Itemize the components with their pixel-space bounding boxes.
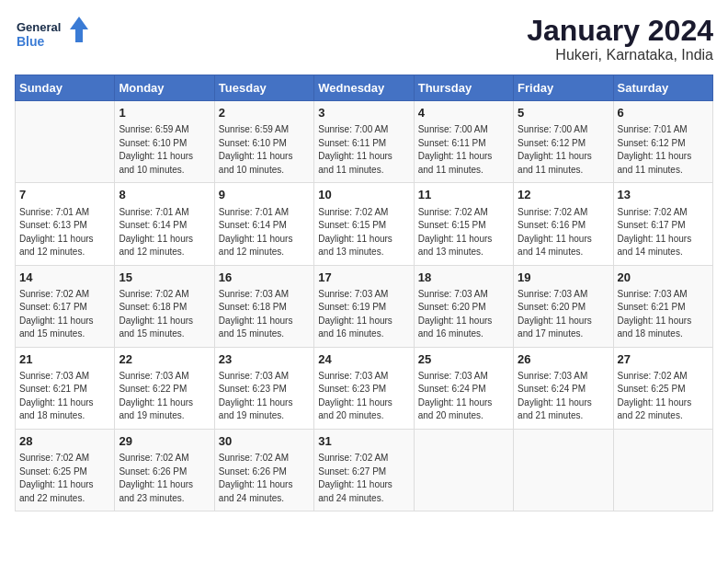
day-number: 23	[219, 351, 310, 368]
calendar-cell: 17 Sunrise: 7:03 AMSunset: 6:19 PMDaylig…	[314, 265, 414, 347]
day-number: 11	[418, 187, 509, 203]
day-number: 16	[219, 270, 310, 286]
day-number: 9	[219, 187, 310, 203]
day-number: 30	[219, 433, 310, 450]
calendar-cell: 14 Sunrise: 7:02 AMSunset: 6:17 PMDaylig…	[16, 265, 115, 347]
day-number: 6	[618, 105, 709, 121]
day-info: Sunrise: 7:02 AMSunset: 6:16 PMDaylight:…	[518, 206, 609, 259]
day-info: Sunrise: 7:03 AMSunset: 6:18 PMDaylight:…	[219, 288, 310, 341]
day-info: Sunrise: 7:03 AMSunset: 6:22 PMDaylight:…	[119, 370, 210, 423]
calendar-cell: 4 Sunrise: 7:00 AMSunset: 6:11 PMDayligh…	[414, 101, 513, 183]
calendar-cell: 21 Sunrise: 7:03 AMSunset: 6:21 PMDaylig…	[16, 347, 115, 429]
weekday-header-friday: Friday	[514, 75, 613, 101]
calendar-week-3: 14 Sunrise: 7:02 AMSunset: 6:17 PMDaylig…	[16, 265, 713, 347]
calendar-cell: 7 Sunrise: 7:01 AMSunset: 6:13 PMDayligh…	[16, 183, 115, 265]
calendar-cell: 23 Sunrise: 7:03 AMSunset: 6:23 PMDaylig…	[214, 347, 313, 429]
day-number: 22	[119, 351, 210, 368]
calendar-cell: 6 Sunrise: 7:01 AMSunset: 6:12 PMDayligh…	[613, 101, 712, 183]
day-info: Sunrise: 7:02 AMSunset: 6:25 PMDaylight:…	[19, 452, 110, 505]
day-number: 15	[119, 270, 210, 286]
calendar-week-2: 7 Sunrise: 7:01 AMSunset: 6:13 PMDayligh…	[16, 183, 713, 265]
calendar-cell: 20 Sunrise: 7:03 AMSunset: 6:21 PMDaylig…	[613, 265, 712, 347]
day-number: 19	[518, 270, 609, 286]
day-info: Sunrise: 7:02 AMSunset: 6:25 PMDaylight:…	[618, 370, 709, 423]
calendar-week-1: 1 Sunrise: 6:59 AMSunset: 6:10 PMDayligh…	[16, 101, 713, 183]
calendar-cell: 30 Sunrise: 7:02 AMSunset: 6:26 PMDaylig…	[214, 429, 313, 511]
day-number: 5	[518, 105, 609, 121]
weekday-header-tuesday: Tuesday	[214, 75, 313, 101]
calendar-cell: 16 Sunrise: 7:03 AMSunset: 6:18 PMDaylig…	[214, 265, 313, 347]
day-info: Sunrise: 7:02 AMSunset: 6:26 PMDaylight:…	[219, 452, 310, 505]
calendar-cell: 2 Sunrise: 6:59 AMSunset: 6:10 PMDayligh…	[214, 101, 313, 183]
day-number: 24	[318, 351, 409, 368]
calendar-cell: 19 Sunrise: 7:03 AMSunset: 6:20 PMDaylig…	[514, 265, 613, 347]
day-info: Sunrise: 6:59 AMSunset: 6:10 PMDaylight:…	[219, 123, 310, 177]
calendar-title-area: January 2024 Hukeri, Karnataka, India	[527, 15, 713, 63]
day-number: 31	[318, 433, 409, 450]
calendar-week-5: 28 Sunrise: 7:02 AMSunset: 6:25 PMDaylig…	[16, 429, 713, 511]
day-info: Sunrise: 7:01 AMSunset: 6:13 PMDaylight:…	[19, 206, 110, 259]
day-info: Sunrise: 7:03 AMSunset: 6:20 PMDaylight:…	[418, 288, 509, 341]
calendar-cell: 13 Sunrise: 7:02 AMSunset: 6:17 PMDaylig…	[613, 183, 712, 265]
calendar-cell: 11 Sunrise: 7:02 AMSunset: 6:15 PMDaylig…	[414, 183, 513, 265]
day-number: 2	[219, 105, 310, 121]
day-number: 14	[19, 270, 110, 286]
day-number: 27	[618, 351, 709, 368]
day-info: Sunrise: 7:00 AMSunset: 6:11 PMDaylight:…	[318, 123, 409, 177]
calendar-title: January 2024	[527, 15, 713, 47]
calendar-cell: 1 Sunrise: 6:59 AMSunset: 6:10 PMDayligh…	[115, 101, 214, 183]
day-info: Sunrise: 7:02 AMSunset: 6:18 PMDaylight:…	[119, 288, 210, 341]
day-info: Sunrise: 7:02 AMSunset: 6:17 PMDaylight:…	[618, 206, 709, 259]
weekday-header-thursday: Thursday	[414, 75, 513, 101]
calendar-cell: 22 Sunrise: 7:03 AMSunset: 6:22 PMDaylig…	[115, 347, 214, 429]
calendar-week-4: 21 Sunrise: 7:03 AMSunset: 6:21 PMDaylig…	[16, 347, 713, 429]
calendar-cell: 28 Sunrise: 7:02 AMSunset: 6:25 PMDaylig…	[16, 429, 115, 511]
day-info: Sunrise: 7:03 AMSunset: 6:23 PMDaylight:…	[318, 370, 409, 423]
day-number: 7	[19, 187, 110, 203]
day-info: Sunrise: 7:03 AMSunset: 6:20 PMDaylight:…	[518, 288, 609, 341]
day-number: 8	[119, 187, 210, 203]
day-number: 26	[518, 351, 609, 368]
calendar-cell: 15 Sunrise: 7:02 AMSunset: 6:18 PMDaylig…	[115, 265, 214, 347]
logo-icon: General Blue	[15, 15, 88, 55]
calendar-cell: 8 Sunrise: 7:01 AMSunset: 6:14 PMDayligh…	[115, 183, 214, 265]
day-info: Sunrise: 7:02 AMSunset: 6:17 PMDaylight:…	[19, 288, 110, 341]
day-number: 12	[518, 187, 609, 203]
calendar-cell	[514, 429, 613, 511]
day-info: Sunrise: 6:59 AMSunset: 6:10 PMDaylight:…	[119, 123, 210, 177]
calendar-cell: 25 Sunrise: 7:03 AMSunset: 6:24 PMDaylig…	[414, 347, 513, 429]
day-info: Sunrise: 7:02 AMSunset: 6:26 PMDaylight:…	[119, 452, 210, 505]
weekday-header-monday: Monday	[115, 75, 214, 101]
calendar-cell: 27 Sunrise: 7:02 AMSunset: 6:25 PMDaylig…	[613, 347, 712, 429]
weekday-header-saturday: Saturday	[613, 75, 712, 101]
calendar-header-row: SundayMondayTuesdayWednesdayThursdayFrid…	[16, 75, 713, 101]
calendar-cell	[16, 101, 115, 183]
day-info: Sunrise: 7:03 AMSunset: 6:24 PMDaylight:…	[518, 370, 609, 423]
weekday-header-sunday: Sunday	[16, 75, 115, 101]
calendar-cell	[613, 429, 712, 511]
day-number: 25	[418, 351, 509, 368]
day-number: 18	[418, 270, 509, 286]
calendar-cell: 24 Sunrise: 7:03 AMSunset: 6:23 PMDaylig…	[314, 347, 414, 429]
day-info: Sunrise: 7:02 AMSunset: 6:15 PMDaylight:…	[318, 206, 409, 259]
day-number: 4	[418, 105, 509, 121]
calendar-cell: 18 Sunrise: 7:03 AMSunset: 6:20 PMDaylig…	[414, 265, 513, 347]
calendar-cell: 10 Sunrise: 7:02 AMSunset: 6:15 PMDaylig…	[314, 183, 414, 265]
logo: General Blue	[15, 15, 88, 55]
calendar-cell: 31 Sunrise: 7:02 AMSunset: 6:27 PMDaylig…	[314, 429, 414, 511]
calendar-cell: 3 Sunrise: 7:00 AMSunset: 6:11 PMDayligh…	[314, 101, 414, 183]
day-number: 3	[318, 105, 409, 121]
weekday-header-wednesday: Wednesday	[314, 75, 414, 101]
day-info: Sunrise: 7:02 AMSunset: 6:15 PMDaylight:…	[418, 206, 509, 259]
day-info: Sunrise: 7:01 AMSunset: 6:14 PMDaylight:…	[219, 206, 310, 259]
day-number: 13	[618, 187, 709, 203]
day-number: 1	[119, 105, 210, 121]
day-number: 10	[318, 187, 409, 203]
day-info: Sunrise: 7:01 AMSunset: 6:14 PMDaylight:…	[119, 206, 210, 259]
page-header: General Blue January 2024 Hukeri, Karnat…	[15, 15, 713, 63]
calendar-cell: 9 Sunrise: 7:01 AMSunset: 6:14 PMDayligh…	[214, 183, 313, 265]
calendar-table: SundayMondayTuesdayWednesdayThursdayFrid…	[15, 75, 713, 511]
svg-text:Blue: Blue	[17, 34, 45, 49]
day-info: Sunrise: 7:03 AMSunset: 6:24 PMDaylight:…	[418, 370, 509, 423]
day-info: Sunrise: 7:00 AMSunset: 6:12 PMDaylight:…	[518, 123, 609, 177]
